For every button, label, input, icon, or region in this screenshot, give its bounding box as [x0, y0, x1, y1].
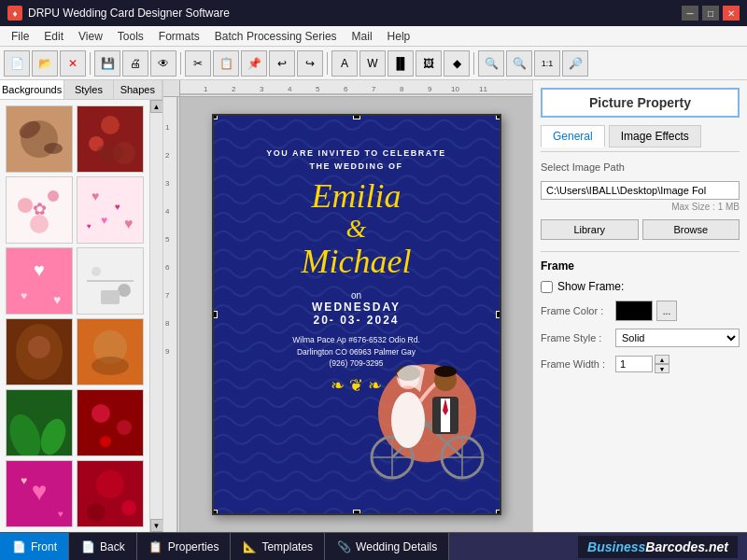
browse-button[interactable]: Browse — [642, 219, 740, 240]
new-button[interactable]: 📄 — [4, 50, 30, 77]
spinner-up-button[interactable]: ▲ — [655, 355, 669, 364]
canvas-content[interactable]: YOU ARE INVITED TO CELEBRATE THE WEDDING… — [180, 97, 532, 532]
preview-button[interactable]: 👁 — [150, 50, 176, 77]
select-image-label: Select Image Path — [541, 161, 740, 173]
wordart-button[interactable]: W — [359, 50, 386, 77]
spinner-down-button[interactable]: ▼ — [655, 364, 669, 373]
image-path-input[interactable] — [541, 181, 740, 200]
minimize-button[interactable]: ─ — [682, 6, 698, 21]
thumbnail-10[interactable] — [77, 389, 144, 456]
thumbnail-11[interactable]: ♥ ♥ ♥ — [6, 460, 73, 527]
thumbnail-6[interactable] — [77, 247, 144, 315]
save-button[interactable]: 💾 — [94, 50, 120, 77]
fit-button[interactable]: 1:1 — [534, 50, 560, 77]
zoom-in-button[interactable]: 🔍 — [478, 50, 504, 77]
thumbnail-7[interactable] — [6, 318, 73, 385]
frame-color-swatch[interactable] — [615, 301, 653, 321]
properties-icon: 📋 — [148, 539, 163, 554]
close-button[interactable]: ✕ — [60, 50, 86, 77]
svg-point-41 — [100, 436, 111, 447]
svg-text:11: 11 — [479, 85, 487, 93]
back-icon: 📄 — [80, 539, 95, 554]
frame-title: Frame — [541, 259, 740, 273]
maximize-button[interactable]: □ — [702, 6, 719, 21]
wedding-card[interactable]: YOU ARE INVITED TO CELEBRATE THE WEDDING… — [212, 114, 501, 515]
menu-batch[interactable]: Batch Processing Series — [207, 28, 345, 45]
svg-text:1: 1 — [165, 123, 170, 132]
tab-wedding-details[interactable]: 📎 Wedding Details — [325, 533, 449, 560]
library-button[interactable]: Library — [541, 219, 639, 240]
handle-bottom-right[interactable] — [496, 510, 501, 515]
svg-text:3: 3 — [165, 179, 170, 188]
image-path-section: Select Image Path Max Size : 1 MB Librar… — [541, 161, 740, 240]
svg-point-47 — [96, 470, 124, 498]
properties-header: Picture Property — [541, 88, 740, 118]
menu-bar: File Edit View Tools Formats Batch Proce… — [0, 26, 747, 47]
menu-file[interactable]: File — [4, 28, 36, 45]
redo-button[interactable]: ↪ — [297, 50, 323, 77]
text-button[interactable]: A — [331, 50, 358, 77]
window-controls[interactable]: ─ □ ✕ — [682, 6, 740, 21]
thumbnail-2[interactable] — [77, 105, 144, 173]
svg-point-34 — [92, 357, 129, 375]
horizontal-ruler: 1 2 3 4 5 6 7 8 9 10 11 — [180, 80, 532, 97]
svg-text:♥: ♥ — [53, 292, 61, 307]
undo-button[interactable]: ↩ — [269, 50, 295, 77]
thumbnail-1[interactable] — [6, 105, 73, 173]
menu-mail[interactable]: Mail — [345, 28, 380, 45]
search-button[interactable]: 🔎 — [562, 50, 588, 77]
shape-button[interactable]: ◆ — [444, 50, 470, 77]
frame-style-select[interactable]: Solid Dashed Dotted Double — [615, 329, 740, 347]
tab-general[interactable]: General — [541, 125, 605, 147]
thumbnail-scrollbar[interactable]: ▲ ▼ — [149, 100, 162, 532]
svg-point-40 — [117, 420, 132, 435]
card-names: Emilia & Michael — [228, 174, 486, 286]
barcode-button[interactable]: ▐▌ — [388, 50, 414, 77]
menu-formats[interactable]: Formats — [151, 28, 207, 45]
tab-styles[interactable]: Styles — [64, 80, 113, 99]
tab-properties[interactable]: 📋 Properties — [137, 533, 232, 560]
svg-text:6: 6 — [165, 263, 170, 272]
copy-button[interactable]: 📋 — [213, 50, 239, 77]
frame-color-picker-button[interactable]: ... — [656, 301, 677, 321]
thumbnail-4[interactable]: ♥ ♥ ♥ ♥ ♥ — [77, 176, 144, 244]
scroll-track[interactable] — [150, 113, 163, 519]
scroll-down-button[interactable]: ▼ — [150, 519, 163, 532]
svg-text:♥: ♥ — [34, 259, 45, 280]
show-frame-checkbox[interactable] — [541, 281, 553, 293]
svg-rect-28 — [101, 290, 120, 304]
tab-image-effects[interactable]: Image Effects — [609, 125, 701, 147]
thumbnail-8[interactable] — [77, 318, 144, 385]
open-button[interactable]: 📂 — [32, 50, 58, 77]
image-button[interactable]: 🖼 — [416, 50, 442, 77]
svg-text:♥: ♥ — [92, 189, 99, 203]
print-button[interactable]: 🖨 — [122, 50, 148, 77]
paste-button[interactable]: 📌 — [241, 50, 267, 77]
menu-tools[interactable]: Tools — [110, 28, 151, 45]
card-invitation-text: YOU ARE INVITED TO CELEBRATE THE WEDDING… — [228, 116, 486, 174]
menu-view[interactable]: View — [71, 28, 110, 45]
menu-help[interactable]: Help — [380, 28, 418, 45]
scroll-up-button[interactable]: ▲ — [150, 100, 163, 113]
wedding-details-icon: 📎 — [336, 539, 351, 554]
thumbnail-9[interactable] — [6, 389, 73, 456]
canvas-area: 1 2 3 4 5 6 7 8 9 10 11 — [163, 80, 532, 532]
zoom-out-button[interactable]: 🔍 — [506, 50, 532, 77]
cut-button[interactable]: ✂ — [185, 50, 211, 77]
handle-bottom-left[interactable] — [212, 510, 218, 515]
spinner-buttons: ▲ ▼ — [655, 355, 669, 373]
tab-back[interactable]: 📄 Back — [69, 533, 137, 560]
tab-backgrounds[interactable]: Backgrounds — [0, 80, 64, 99]
thumbnail-5[interactable]: ♥ ♥ ♥ — [6, 247, 73, 315]
tab-templates[interactable]: 📐 Templates — [231, 533, 325, 560]
frame-color-row: Frame Color : ... — [541, 301, 740, 321]
thumbnail-12[interactable] — [77, 460, 144, 527]
frame-width-input[interactable] — [615, 356, 653, 372]
menu-edit[interactable]: Edit — [36, 28, 71, 45]
tab-front[interactable]: 📄 Front — [0, 533, 69, 560]
tab-shapes[interactable]: Shapes — [114, 80, 162, 99]
close-button[interactable]: ✕ — [723, 6, 740, 21]
handle-mid-bottom[interactable] — [353, 510, 360, 515]
thumbnail-3[interactable]: ✿ — [6, 176, 73, 244]
svg-point-8 — [96, 144, 124, 162]
